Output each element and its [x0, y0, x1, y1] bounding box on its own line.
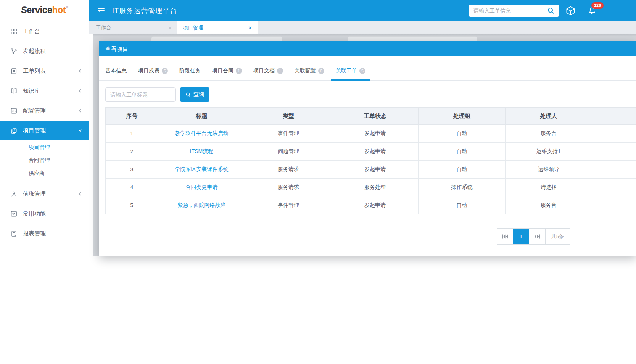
cell-status: 发起申请 — [332, 196, 419, 214]
cell-extra — [592, 196, 636, 214]
sidebar-item-workbench[interactable]: 工作台 — [0, 21, 89, 41]
count-badge: 0 — [318, 68, 324, 74]
col-header-group: 处理组 — [419, 108, 506, 125]
sidebar-item-report-mgmt[interactable]: 报表管理 — [0, 224, 89, 243]
cell-group: 自动 — [419, 143, 506, 161]
cell-handler: 服务台 — [506, 125, 592, 143]
tab-related-config[interactable]: 关联配置 0 — [295, 68, 324, 80]
sidebar-subitem-supplier[interactable]: 供应商 — [0, 166, 89, 179]
notification-count-badge: 126 — [591, 2, 604, 9]
cell-type: 服务请求 — [245, 161, 332, 179]
logo-text-accent: hot — [52, 5, 66, 15]
tickets-table-wrap: 序号 标题 类型 工单状态 处理组 处理人 1 教学软件平台无法启动 事件管理 — [105, 107, 636, 214]
cell-handler: 运维领导 — [506, 161, 592, 179]
sidebar-item-label: 配置管理 — [23, 107, 46, 114]
sidebar-item-label: 报表管理 — [23, 230, 46, 237]
modal-title: 查看项目 — [105, 45, 128, 53]
tab-project-documents[interactable]: 项目文档 1 — [253, 68, 283, 80]
tab-project-members[interactable]: 项目成员 5 — [138, 68, 168, 80]
cell-seq: 4 — [106, 179, 158, 196]
cube-icon[interactable] — [565, 6, 576, 16]
chevron-left-icon — [78, 69, 82, 73]
count-badge: 5 — [162, 68, 168, 74]
tab-label: 项目成员 — [138, 68, 159, 74]
cell-status: 发起申请 — [332, 143, 419, 161]
query-button[interactable]: 查询 — [180, 87, 209, 102]
cell-extra — [592, 143, 636, 161]
total-count-label: 共5条 — [545, 229, 570, 244]
tab-basic-info[interactable]: 基本信息 — [105, 68, 127, 80]
page-tab-label: 项目管理 — [183, 24, 203, 31]
table-row: 3 学院东区安装课件系统 服务请求 发起申请 自动 运维领导 — [106, 161, 636, 179]
pagination: 1 共5条 — [497, 228, 570, 245]
sidebar-item-project-mgmt[interactable]: 项目管理 — [0, 121, 89, 140]
sidebar-subitem-contract-mgmt[interactable]: 合同管理 — [0, 153, 89, 166]
sidebar-item-knowledge-base[interactable]: 知识库 — [0, 81, 89, 101]
ticket-title-link[interactable]: 教学软件平台无法启动 — [158, 125, 245, 143]
last-page-button[interactable] — [529, 229, 545, 244]
cell-type: 事件管理 — [245, 125, 332, 143]
ticket-title-link[interactable]: 紧急，西院网络故障 — [158, 196, 245, 214]
cell-handler: 请选择 — [506, 179, 592, 196]
tab-stage-tasks[interactable]: 阶段任务 — [179, 68, 201, 80]
sidebar-item-label: 常用功能 — [23, 210, 46, 217]
collapse-menu-icon[interactable] — [97, 6, 106, 15]
tab-project-contracts[interactable]: 项目合同 1 — [212, 68, 242, 80]
sidebar-item-ticket-list[interactable]: 工单列表 — [0, 61, 89, 81]
cell-group: 自动 — [419, 125, 506, 143]
cell-group: 自动 — [419, 161, 506, 179]
tab-related-tickets[interactable]: 关联工单 5 — [336, 68, 365, 80]
tab-label: 阶段任务 — [179, 68, 201, 74]
cell-status: 发起申请 — [332, 161, 419, 179]
logo-s: S — [20, 5, 27, 15]
page-tab-project-mgmt[interactable]: 项目管理 ✕ — [177, 21, 258, 34]
page-tab-label: 工作台 — [96, 24, 111, 31]
modal-tabbar: 基本信息 项目成员 5 阶段任务 项目合同 1 项目文档 1 关联配置 0 — [99, 56, 636, 81]
cell-group: 操作系统 — [419, 179, 506, 196]
query-button-label: 查询 — [193, 91, 204, 98]
ticket-search-row: 查询 — [105, 87, 636, 102]
col-header-status: 工单状态 — [332, 108, 419, 125]
sidebar-item-label: 工单列表 — [23, 68, 46, 75]
global-search-input[interactable] — [473, 8, 547, 14]
tab-label: 关联工单 — [336, 68, 357, 74]
close-icon[interactable]: ✕ — [168, 25, 172, 31]
bar-chart-icon — [10, 107, 18, 114]
tickets-table: 序号 标题 类型 工单状态 处理组 处理人 1 教学软件平台无法启动 事件管理 — [105, 107, 636, 214]
cell-extra — [592, 179, 636, 196]
chevron-down-icon — [78, 128, 82, 133]
cell-status: 发起申请 — [332, 125, 419, 143]
close-icon[interactable]: ✕ — [248, 25, 252, 31]
sidebar-item-duty-mgmt[interactable]: 值班管理 — [0, 184, 89, 204]
ticket-title-link[interactable]: ITSM流程 — [158, 143, 245, 161]
sidebar-item-label: 值班管理 — [23, 190, 46, 198]
table-row: 4 合同变更申请 服务请求 服务处理 操作系统 请选择 — [106, 179, 636, 196]
page-number-button[interactable]: 1 — [513, 229, 529, 244]
sidebar-item-config-mgmt[interactable]: 配置管理 — [0, 101, 89, 121]
cell-extra — [592, 125, 636, 143]
sidebar-item-start-process[interactable]: 发起流程 — [0, 41, 89, 61]
page-tabbar: 工作台 ✕ 项目管理 ✕ — [89, 21, 636, 34]
table-row: 2 ITSM流程 问题管理 发起申请 自动 运维支持1 — [106, 143, 636, 161]
ticket-title-link[interactable]: 合同变更申请 — [158, 179, 245, 196]
tab-label: 项目合同 — [212, 68, 233, 74]
cell-type: 问题管理 — [245, 143, 332, 161]
sidebar-item-common-functions[interactable]: 常用功能 — [0, 204, 89, 224]
page-tab-workbench[interactable]: 工作台 ✕ — [90, 21, 177, 34]
sidebar-subitem-project-mgmt[interactable]: 项目管理 — [0, 140, 89, 153]
ticket-title-link[interactable]: 学院东区安装课件系统 — [158, 161, 245, 179]
first-page-button[interactable] — [497, 229, 513, 244]
cell-seq: 5 — [106, 196, 158, 214]
col-header-extra — [592, 108, 636, 125]
person-icon — [10, 190, 18, 198]
ticket-title-input[interactable] — [105, 87, 176, 102]
cell-extra — [592, 161, 636, 179]
logo-text-dark: ervice — [27, 5, 52, 15]
count-badge: 1 — [277, 68, 283, 74]
view-project-modal: 查看项目 基本信息 项目成员 5 阶段任务 项目合同 1 项目文档 1 关联配置 — [99, 41, 636, 256]
topbar: IT服务运营管理平台 126 — [89, 0, 636, 21]
search-icon[interactable] — [547, 6, 555, 15]
app-root: Servicehot® 工作台 发起流程 工单列表 — [0, 0, 636, 364]
notifications-bell[interactable]: 126 — [588, 6, 596, 15]
tab-label: 项目文档 — [253, 68, 275, 74]
